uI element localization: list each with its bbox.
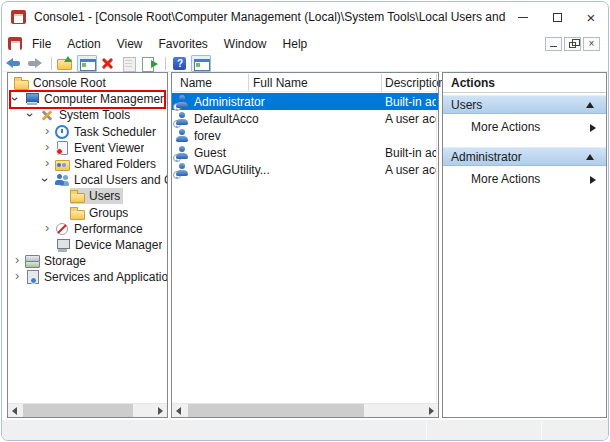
chevron-collapsed-icon[interactable] — [42, 141, 55, 155]
tree-selection-highlight: Users — [70, 188, 123, 204]
column-header-name[interactable]: Name — [180, 76, 212, 90]
menu-view[interactable]: View — [109, 34, 151, 54]
disabled-badge-icon — [173, 103, 181, 111]
folder-icon — [70, 189, 85, 203]
tree-item-local-users-groups[interactable]: Local Users and Grou — [8, 172, 167, 188]
chevron-expanded-icon[interactable] — [27, 108, 40, 122]
list-row-forev[interactable]: forev — [172, 127, 438, 144]
scrollbar-thumb[interactable] — [23, 404, 133, 417]
menu-bar: File Action View Favorites Window Help × — [2, 32, 608, 55]
tree-item-computer-management[interactable]: Computer Management (L — [8, 91, 167, 107]
chevron-collapsed-icon[interactable] — [42, 222, 55, 236]
scrollbar-thumb[interactable] — [188, 404, 364, 417]
tree-horizontal-scrollbar[interactable] — [8, 403, 167, 417]
mdi-minimize-icon — [550, 46, 557, 47]
help-button[interactable] — [170, 55, 190, 72]
tree-item-storage[interactable]: Storage — [8, 253, 167, 269]
mdi-close-button[interactable]: × — [583, 37, 600, 51]
status-bar — [2, 420, 608, 441]
tree-item-label: Groups — [89, 206, 128, 220]
user-name: forev — [194, 129, 221, 143]
delete-button[interactable] — [98, 55, 118, 72]
chevron-expanded-icon[interactable] — [12, 92, 25, 106]
more-actions-administrator[interactable]: More Actions — [443, 171, 606, 188]
scroll-left-arrow[interactable] — [172, 404, 186, 417]
show-console-tree-button[interactable] — [77, 55, 97, 72]
maximize-icon — [553, 13, 562, 22]
more-actions-users[interactable]: More Actions — [443, 119, 606, 136]
menu-window[interactable]: Window — [216, 34, 275, 54]
close-icon: × — [587, 10, 596, 25]
chevron-collapsed-icon[interactable] — [12, 270, 25, 284]
list-row-guest[interactable]: Guest Built-in acco — [172, 144, 438, 161]
forward-button[interactable] — [26, 55, 46, 72]
show-action-pane-button[interactable] — [191, 55, 211, 72]
scroll-left-arrow[interactable] — [8, 404, 22, 417]
tree-item-event-viewer[interactable]: Event Viewer — [8, 140, 167, 156]
toolbar — [2, 55, 608, 72]
mdi-minimize-button[interactable] — [545, 37, 562, 51]
users-group-icon — [55, 173, 70, 187]
list-row-wdagutility[interactable]: WDAGUtility... A user acco — [172, 161, 438, 178]
column-header-full-name[interactable]: Full Name — [253, 76, 308, 90]
submenu-arrow-icon — [590, 124, 596, 132]
menu-action[interactable]: Action — [59, 34, 108, 54]
user-name: Guest — [194, 146, 226, 160]
tree-item-shared-folders[interactable]: Shared Folders — [8, 156, 167, 172]
scroll-right-arrow[interactable] — [153, 404, 167, 417]
up-one-level-button[interactable] — [56, 55, 76, 72]
tree-item-label: Computer Management (L — [44, 92, 167, 106]
minimize-button[interactable] — [506, 2, 540, 32]
actions-section-title: Users — [451, 98, 482, 112]
maximize-button[interactable] — [540, 2, 574, 32]
chevron-collapsed-icon[interactable] — [42, 125, 55, 139]
users-list-pane: Name Full Name Description Administrator… — [171, 72, 439, 418]
list-horizontal-scrollbar[interactable] — [172, 403, 438, 417]
mdi-restore-icon — [569, 42, 576, 48]
actions-section-users[interactable]: Users — [443, 95, 606, 114]
export-list-button[interactable] — [140, 55, 160, 72]
chevron-collapsed-icon[interactable] — [42, 157, 55, 171]
back-button[interactable] — [5, 55, 25, 72]
users-list: Administrator Built-in acco DefaultAcco … — [172, 93, 438, 402]
list-row-administrator[interactable]: Administrator Built-in acco — [172, 93, 438, 110]
actions-section-administrator[interactable]: Administrator — [443, 147, 606, 166]
collapse-icon[interactable] — [586, 154, 594, 160]
tree-item-label: Device Manager — [75, 238, 162, 252]
column-resize-handle[interactable] — [436, 74, 437, 91]
tree-item-groups[interactable]: Groups — [8, 205, 167, 221]
scroll-right-arrow[interactable] — [424, 404, 438, 417]
tree-item-system-tools[interactable]: System Tools — [8, 107, 167, 123]
mmc-app-icon — [11, 10, 26, 24]
tree-item-users[interactable]: Users — [8, 188, 167, 204]
tree-item-task-scheduler[interactable]: Task Scheduler — [8, 124, 167, 140]
console-tree-pane: Console Root Computer Management (L Syst… — [7, 72, 168, 418]
column-resize-handle[interactable] — [248, 74, 249, 91]
collapse-icon[interactable] — [586, 102, 594, 108]
tree-item-console-root[interactable]: Console Root — [8, 75, 167, 91]
user-description: A user acco — [385, 163, 436, 177]
section-gap — [443, 136, 606, 145]
performance-icon — [55, 222, 70, 236]
chevron-expanded-icon[interactable] — [42, 173, 55, 187]
user-description: Built-in acco — [385, 146, 436, 160]
menu-favorites[interactable]: Favorites — [151, 34, 216, 54]
list-row-defaultaccount[interactable]: DefaultAcco A user acco — [172, 110, 438, 127]
menu-help[interactable]: Help — [275, 34, 316, 54]
column-resize-handle[interactable] — [381, 74, 382, 91]
user-description: Built-in acco — [385, 95, 436, 109]
toolbar-separator — [51, 57, 52, 70]
console-content: Console Root Computer Management (L Syst… — [2, 72, 608, 418]
menu-file[interactable]: File — [24, 34, 59, 54]
clock-icon — [55, 125, 70, 139]
tree-item-services-applications[interactable]: Services and Application — [8, 269, 167, 285]
chevron-collapsed-icon[interactable] — [12, 254, 25, 268]
mdi-restore-button[interactable] — [564, 37, 581, 51]
tree-item-label: Event Viewer — [74, 141, 144, 155]
mmc-menu-icon[interactable] — [8, 37, 22, 50]
tree-item-performance[interactable]: Performance — [8, 221, 167, 237]
tree-item-device-manager[interactable]: Device Manager — [8, 237, 167, 253]
toolbar-separator — [165, 57, 166, 70]
properties-button[interactable] — [119, 55, 139, 72]
close-button[interactable]: × — [574, 2, 608, 32]
